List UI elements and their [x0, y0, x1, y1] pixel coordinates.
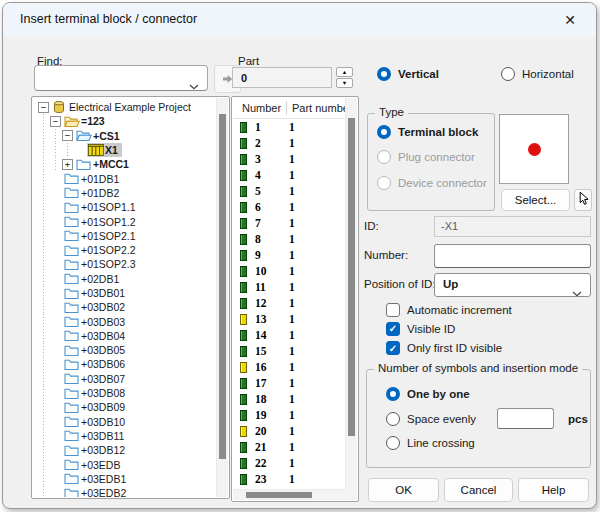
list-item[interactable]: 111	[233, 279, 346, 295]
list-item[interactable]: 231	[233, 471, 346, 487]
list-hscrollbar-thumb[interactable]	[246, 492, 312, 498]
tree-item-content[interactable]: +03DB09	[63, 400, 129, 414]
tree-item-content[interactable]: =123	[63, 114, 109, 128]
radio-icon[interactable]	[501, 67, 515, 81]
tree-item-content[interactable]: Electrical Example Project	[51, 100, 195, 114]
find-combobox[interactable]	[34, 65, 208, 91]
tree-item-content[interactable]: +01SOP2.2	[63, 243, 140, 257]
tree-item-content[interactable]: +01SOP2.1	[63, 229, 140, 243]
expander-minus-icon[interactable]: −	[50, 116, 61, 127]
tree-item-content[interactable]: +03DB10	[63, 415, 129, 429]
tree-scrollbar-thumb[interactable]	[219, 114, 226, 459]
tree-item-content[interactable]: +03DB01	[63, 286, 129, 300]
column-header-number[interactable]: Number	[242, 102, 281, 114]
tree-item-content[interactable]: +03EDB	[63, 458, 124, 472]
tree-item[interactable]: +01SOP2.1	[33, 229, 217, 243]
list-item[interactable]: 171	[233, 375, 346, 391]
list-item[interactable]: 61	[233, 199, 346, 215]
tree-item-content[interactable]: +03DB02	[63, 300, 129, 314]
checkbox-unchecked-icon[interactable]	[386, 303, 400, 317]
type-option-terminal-block[interactable]: Terminal block	[377, 119, 495, 145]
tree-item[interactable]: −=123	[33, 114, 217, 128]
position-of-id-dropdown[interactable]: Up	[434, 273, 591, 297]
list-item[interactable]: 71	[233, 215, 346, 231]
part-input[interactable]	[239, 68, 329, 87]
tree-item[interactable]: −Electrical Example Project	[33, 100, 217, 114]
tree-item-content[interactable]: +MCC1	[75, 157, 133, 171]
tree-item[interactable]: +01DB1	[33, 171, 217, 185]
list-item[interactable]: 151	[233, 343, 346, 359]
tree-item-content[interactable]: +03DB07	[63, 372, 129, 386]
tree-item[interactable]: +03EDB	[33, 457, 217, 471]
list-item[interactable]: 31	[233, 151, 346, 167]
spin-down-icon[interactable]: ▼	[336, 78, 353, 88]
list-vertical-scrollbar[interactable]	[345, 98, 357, 500]
close-icon[interactable]: ✕	[560, 10, 580, 30]
list-item[interactable]: 11	[233, 119, 346, 135]
chevron-down-icon[interactable]	[189, 76, 199, 94]
tree-item-content[interactable]: +01SOP1.2	[63, 215, 140, 229]
tree-item[interactable]: +03DB02	[33, 300, 217, 314]
tree-item[interactable]: +03DB03	[33, 314, 217, 328]
tree-item[interactable]: +03DB01	[33, 286, 217, 300]
ok-button[interactable]: OK	[368, 478, 439, 502]
orientation-option-vertical[interactable]: Vertical	[377, 67, 439, 81]
insertion-option-line-crossing[interactable]: Line crossing	[386, 431, 586, 456]
expander-minus-icon[interactable]: −	[38, 102, 49, 113]
list-item[interactable]: 91	[233, 247, 346, 263]
radio-icon[interactable]	[377, 67, 391, 81]
insertion-option-space-evenly[interactable]: Space evenlypcs	[386, 407, 586, 432]
list-item[interactable]: 191	[233, 407, 346, 423]
tree-item[interactable]: +01SOP2.2	[33, 243, 217, 257]
tree-item[interactable]: +01SOP1.1	[33, 200, 217, 214]
list-item[interactable]: 81	[233, 231, 346, 247]
tree-item[interactable]: X1	[33, 143, 217, 157]
radio-icon[interactable]	[386, 387, 400, 401]
expander-minus-icon[interactable]: −	[62, 130, 73, 141]
tree-item[interactable]: −+CS1	[33, 129, 217, 143]
radio-icon[interactable]	[377, 125, 391, 139]
list-item[interactable]: 121	[233, 295, 346, 311]
list-item[interactable]: 201	[233, 423, 346, 439]
select-button[interactable]: Select...	[501, 189, 570, 211]
tree-item[interactable]: +01SOP2.3	[33, 257, 217, 271]
list-item[interactable]: 221	[233, 455, 346, 471]
tree-item-content[interactable]: +03DB12	[63, 443, 129, 457]
column-separator[interactable]	[286, 101, 287, 115]
tree-item[interactable]: +01SOP1.2	[33, 214, 217, 228]
list-scrollbar-thumb[interactable]	[348, 118, 355, 436]
tree-vertical-scrollbar[interactable]	[216, 98, 228, 497]
radio-icon[interactable]	[386, 436, 400, 450]
tree-item-content[interactable]: +01SOP1.1	[63, 200, 140, 214]
tree-item[interactable]: +03DB07	[33, 372, 217, 386]
list-item[interactable]: 131	[233, 311, 346, 327]
tree-item-content[interactable]: +02DB1	[63, 272, 123, 286]
tree-item[interactable]: +03DB09	[33, 400, 217, 414]
tree-item[interactable]: +03DB10	[33, 415, 217, 429]
checkbox-checked-icon[interactable]: ✓	[386, 341, 400, 355]
list-item[interactable]: 211	[233, 439, 346, 455]
orientation-option-horizontal[interactable]: Horizontal	[501, 67, 574, 81]
tree-item-content[interactable]: +03DB08	[63, 386, 129, 400]
part-spinbox[interactable]	[232, 67, 332, 88]
tree-item-selected[interactable]: X1	[87, 143, 122, 157]
tree-item[interactable]: ++MCC1	[33, 157, 217, 171]
cancel-button[interactable]: Cancel	[444, 478, 513, 502]
list-item[interactable]: 161	[233, 359, 346, 375]
radio-icon[interactable]	[386, 412, 400, 426]
tree-item[interactable]: +03DB08	[33, 386, 217, 400]
number-input[interactable]	[434, 244, 591, 268]
space-evenly-count-input[interactable]	[497, 408, 554, 429]
tree-item[interactable]: +03DB04	[33, 329, 217, 343]
list-horizontal-scrollbar[interactable]	[233, 489, 346, 500]
tree-item-content[interactable]: +03EDB1	[63, 472, 130, 486]
tree-item[interactable]: +03DB12	[33, 443, 217, 457]
list-item[interactable]: 21	[233, 135, 346, 151]
pointer-mode-button[interactable]	[574, 189, 592, 211]
checkbox-visible-id[interactable]: ✓Visible ID	[386, 319, 512, 338]
tree-item[interactable]: +01DB2	[33, 186, 217, 200]
tree-item[interactable]: +02DB1	[33, 272, 217, 286]
tree-item-content[interactable]: +03EDB2	[63, 486, 130, 497]
tree-item-content[interactable]: +03DB05	[63, 343, 129, 357]
spin-up-icon[interactable]: ▲	[336, 67, 353, 77]
